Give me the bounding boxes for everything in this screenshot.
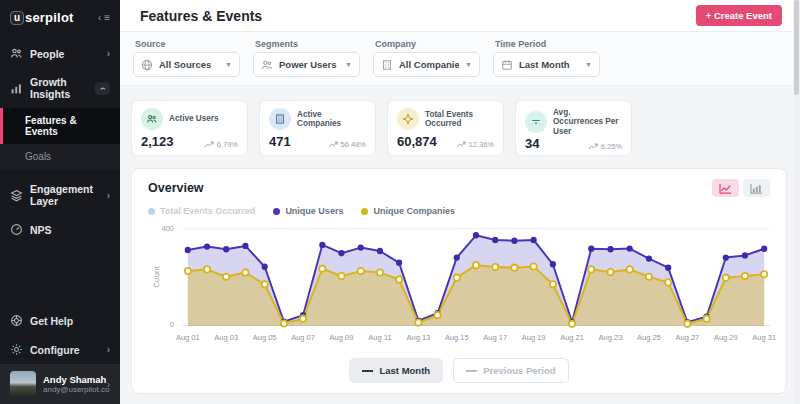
stats-row: Active Users 2,123 6.79% Active Companie… bbox=[131, 100, 787, 156]
chevron-right-icon: › bbox=[107, 379, 110, 390]
filter-value: Last Month bbox=[519, 59, 579, 70]
stat-label: Active Users bbox=[169, 114, 219, 123]
filter-label: Company bbox=[373, 39, 480, 49]
line-chart-icon bbox=[719, 183, 732, 194]
filter-label: Segments bbox=[253, 39, 360, 49]
legend-unique-companies[interactable]: Unique Companies bbox=[361, 206, 455, 216]
filter-bar: Source All Sources ▼ Segments Power User… bbox=[120, 32, 800, 86]
sidebar-nav: People › Growth Insights › Features & Ev… bbox=[0, 39, 120, 244]
sidebar-item-get-help[interactable]: Get Help bbox=[0, 306, 120, 335]
filter-label: Source bbox=[133, 39, 240, 49]
stat-value: 2,123 bbox=[141, 134, 174, 149]
sidebar-item-engagement-layer[interactable]: Engagement Layer › bbox=[0, 175, 120, 215]
sidebar-item-growth-insights[interactable]: Growth Insights › bbox=[0, 68, 120, 108]
sidebar-item-people[interactable]: People › bbox=[0, 39, 120, 68]
sidebar-spacer bbox=[0, 244, 120, 306]
stat-trend: 6.79% bbox=[204, 140, 238, 149]
stat-label: Total Events Occurred bbox=[425, 110, 494, 129]
sidebar-item-label: Growth Insights bbox=[30, 76, 88, 100]
sidebar-item-configure[interactable]: Configure › bbox=[0, 335, 120, 364]
gauge-icon bbox=[10, 223, 23, 236]
x-tick-label: Aug 05 bbox=[253, 333, 277, 342]
active-users-icon bbox=[141, 108, 163, 130]
trend-up-icon bbox=[328, 141, 338, 148]
time-period-select[interactable]: Last Month ▼ bbox=[493, 52, 600, 77]
legend-dot bbox=[361, 208, 368, 215]
people-icon bbox=[261, 59, 273, 71]
userpilot-logo: u serpilot bbox=[10, 10, 74, 25]
stat-trend: 6.25% bbox=[588, 142, 622, 151]
stat-card-avg-occurrences: Avg. Occurrences Per User 34 6.25% bbox=[515, 100, 632, 156]
y-axis-label: Count bbox=[152, 266, 161, 287]
globe-icon bbox=[141, 59, 153, 71]
stat-card-total-events: Total Events Occurred 60,874 12.36% bbox=[387, 100, 504, 156]
source-select[interactable]: All Sources ▼ bbox=[133, 52, 240, 77]
legend-total-events[interactable]: Total Events Occurred bbox=[148, 206, 255, 216]
y-tick-400: 400 bbox=[161, 224, 174, 233]
last-month-button[interactable]: Last Month bbox=[349, 358, 443, 383]
filter-value: Power Users bbox=[279, 59, 339, 70]
company-select[interactable]: All Companies ▼ bbox=[373, 52, 480, 77]
filter-time-period: Time Period Last Month ▼ bbox=[493, 39, 600, 77]
legend-dot bbox=[273, 208, 280, 215]
stat-value: 34 bbox=[525, 136, 539, 151]
scrollbar-thumb[interactable] bbox=[794, 0, 799, 95]
sidebar-collapse-icon[interactable]: ‹ ≡ bbox=[98, 12, 110, 23]
calendar-icon bbox=[501, 59, 513, 71]
filter-segments: Segments Power Users ▼ bbox=[253, 39, 360, 77]
stat-label: Active Companies bbox=[297, 110, 366, 129]
overview-chart-svg bbox=[182, 228, 770, 326]
profile-name: Andy Shamah bbox=[43, 374, 100, 385]
bar-chart-icon bbox=[10, 82, 23, 95]
chart-footer: Last Month Previous Period bbox=[148, 358, 770, 383]
stat-trend: 12.36% bbox=[456, 140, 494, 149]
sidebar-item-features-events[interactable]: Features & Events bbox=[0, 108, 120, 144]
stat-value: 471 bbox=[269, 134, 291, 149]
trend-up-icon bbox=[588, 143, 598, 150]
profile-email: andy@userpilot.co bbox=[43, 385, 100, 394]
sidebar-item-label: Get Help bbox=[30, 315, 110, 327]
x-tick-label: Aug 01 bbox=[176, 333, 200, 342]
bar-chart-icon bbox=[750, 183, 763, 194]
lifebuoy-icon bbox=[10, 314, 23, 327]
logo-text: serpilot bbox=[25, 10, 74, 25]
solid-line-icon bbox=[362, 370, 373, 372]
stat-label: Avg. Occurrences Per User bbox=[553, 108, 622, 136]
filter-company: Company All Companies ▼ bbox=[373, 39, 480, 77]
sidebar: u serpilot ‹ ≡ People › Growth Insights … bbox=[0, 0, 120, 404]
legend-dot bbox=[148, 208, 155, 215]
dashed-line-icon bbox=[466, 370, 477, 372]
sidebar-item-goals[interactable]: Goals bbox=[0, 144, 120, 169]
filter-label: Time Period bbox=[493, 39, 600, 49]
main-area: Features & Events + Create Event Source … bbox=[120, 0, 800, 404]
sidebar-item-label: NPS bbox=[30, 224, 110, 236]
line-chart-toggle[interactable] bbox=[712, 179, 739, 197]
stat-card-active-companies: Active Companies 471 56.48% bbox=[259, 100, 376, 156]
sidebar-item-label: People bbox=[30, 48, 100, 60]
trend-up-icon bbox=[456, 141, 466, 148]
segments-select[interactable]: Power Users ▼ bbox=[253, 52, 360, 77]
previous-period-button[interactable]: Previous Period bbox=[453, 358, 568, 383]
chevron-up-icon[interactable]: › bbox=[95, 82, 110, 95]
bar-chart-toggle[interactable] bbox=[743, 179, 770, 197]
x-tick-label: Aug 13 bbox=[406, 333, 430, 342]
x-tick-label: Aug 19 bbox=[522, 333, 546, 342]
x-tick-label: Aug 17 bbox=[483, 333, 507, 342]
avg-occurrences-icon bbox=[525, 111, 547, 133]
chart-legend: Total Events Occurred Unique Users Uniqu… bbox=[148, 206, 770, 216]
create-event-button[interactable]: + Create Event bbox=[696, 5, 782, 26]
x-axis-labels: Aug 01Aug 03Aug 05Aug 07Aug 09Aug 11Aug … bbox=[182, 333, 770, 346]
sidebar-item-label: Configure bbox=[30, 344, 100, 356]
chevron-right-icon: › bbox=[107, 190, 110, 201]
chart-title: Overview bbox=[148, 181, 204, 195]
sidebar-item-nps[interactable]: NPS bbox=[0, 215, 120, 244]
x-tick-label: Aug 23 bbox=[599, 333, 623, 342]
logo-badge: u bbox=[10, 11, 24, 25]
user-profile[interactable]: Andy Shamah andy@userpilot.co › bbox=[0, 364, 120, 404]
chevron-right-icon: › bbox=[107, 344, 110, 355]
legend-unique-users[interactable]: Unique Users bbox=[273, 206, 343, 216]
plot[interactable] bbox=[182, 228, 770, 326]
x-tick-label: Aug 03 bbox=[214, 333, 238, 342]
profile-meta: Andy Shamah andy@userpilot.co bbox=[43, 374, 100, 394]
x-tick-label: Aug 27 bbox=[675, 333, 699, 342]
